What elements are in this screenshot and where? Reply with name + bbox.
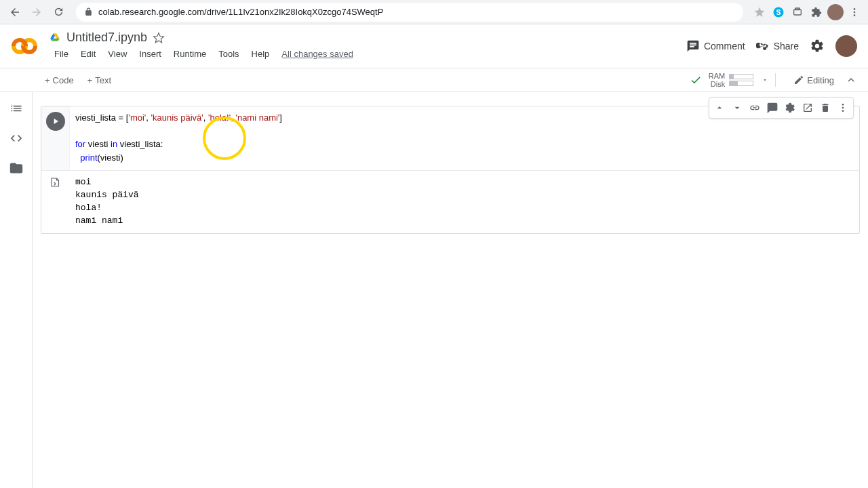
run-button[interactable] bbox=[46, 112, 65, 131]
notebook-content: viesti_lista = ['moi', 'kaunis päivä', '… bbox=[33, 92, 868, 488]
editing-label: Editing bbox=[807, 75, 834, 85]
address-bar[interactable]: colab.research.google.com/drive/1L1Iv21o… bbox=[76, 3, 743, 22]
output-indicator[interactable] bbox=[50, 176, 62, 232]
browser-toolbar: colab.research.google.com/drive/1L1Iv21o… bbox=[0, 0, 868, 24]
extension-icon[interactable] bbox=[789, 4, 806, 20]
plus-icon: + bbox=[87, 75, 93, 85]
add-text-label: Text bbox=[95, 75, 111, 85]
svg-point-12 bbox=[842, 107, 844, 109]
comment-button[interactable]: Comment bbox=[686, 39, 745, 53]
colab-header: Untitled7.ipynb File Edit View Insert Ru… bbox=[0, 24, 868, 68]
menu-help[interactable]: Help bbox=[246, 46, 275, 62]
reload-icon bbox=[53, 6, 64, 18]
svg-point-4 bbox=[854, 8, 856, 10]
left-sidebar bbox=[0, 92, 33, 488]
share-button[interactable]: Share bbox=[756, 39, 799, 53]
share-label: Share bbox=[774, 41, 799, 52]
link-button[interactable] bbox=[746, 99, 764, 117]
menu-file[interactable]: File bbox=[49, 46, 74, 62]
ram-bar bbox=[729, 74, 753, 79]
runtime-dropdown[interactable] bbox=[759, 74, 771, 86]
forward-button[interactable] bbox=[27, 3, 46, 22]
arrow-left-icon bbox=[9, 6, 21, 18]
move-up-button[interactable] bbox=[711, 99, 728, 117]
browser-profile-avatar[interactable] bbox=[827, 4, 844, 20]
disk-label: Disk bbox=[711, 80, 725, 88]
pencil-icon bbox=[793, 75, 804, 85]
star-button[interactable] bbox=[153, 32, 165, 44]
add-code-label: Code bbox=[53, 75, 74, 85]
drive-icon bbox=[49, 32, 61, 44]
svg-rect-3 bbox=[795, 8, 800, 10]
settings-button[interactable] bbox=[810, 39, 825, 54]
play-icon bbox=[51, 117, 60, 126]
lock-icon bbox=[84, 7, 93, 16]
svg-point-11 bbox=[842, 104, 844, 106]
ram-label: RAM bbox=[709, 72, 725, 80]
cell-comment-button[interactable] bbox=[764, 99, 781, 117]
cell-toolbar bbox=[709, 97, 854, 119]
add-code-button[interactable]: + Code bbox=[38, 73, 81, 88]
toolbar: + Code + Text RAM Disk Editing bbox=[0, 68, 868, 92]
mirror-button[interactable] bbox=[799, 99, 816, 117]
comment-label: Comment bbox=[704, 41, 745, 52]
delete-button[interactable] bbox=[816, 99, 834, 117]
editing-mode-button[interactable]: Editing bbox=[788, 72, 840, 88]
user-avatar[interactable] bbox=[835, 35, 857, 57]
menu-edit[interactable]: Edit bbox=[75, 46, 101, 62]
svg-point-6 bbox=[854, 14, 856, 16]
files-button[interactable] bbox=[8, 160, 24, 176]
plus-icon: + bbox=[45, 75, 50, 85]
menu-insert[interactable]: Insert bbox=[134, 46, 167, 62]
code-snippets-button[interactable] bbox=[8, 130, 24, 146]
cell-settings-button[interactable] bbox=[781, 99, 799, 117]
back-button[interactable] bbox=[5, 3, 24, 22]
comment-icon bbox=[686, 39, 700, 53]
extensions-puzzle-icon[interactable] bbox=[808, 4, 825, 20]
share-icon bbox=[756, 39, 770, 53]
bookmark-star-button[interactable] bbox=[751, 4, 768, 20]
svg-point-5 bbox=[854, 11, 856, 13]
disk-bar bbox=[729, 81, 753, 86]
browser-menu-button[interactable] bbox=[846, 4, 863, 20]
svg-point-13 bbox=[842, 110, 844, 112]
collapse-button[interactable] bbox=[840, 71, 863, 89]
toc-button[interactable] bbox=[8, 100, 24, 117]
move-down-button[interactable] bbox=[728, 99, 746, 117]
svg-text:S: S bbox=[776, 7, 781, 16]
gear-icon bbox=[810, 39, 825, 54]
notebook-title[interactable]: Untitled7.ipynb bbox=[66, 30, 147, 45]
add-text-button[interactable]: + Text bbox=[81, 73, 118, 88]
check-icon bbox=[690, 74, 702, 86]
cell-output: moi kaunis päivä hola! nami nami bbox=[70, 171, 859, 232]
menu-view[interactable]: View bbox=[102, 46, 132, 62]
resource-indicator[interactable]: RAM Disk bbox=[690, 72, 753, 88]
skype-extension-icon[interactable]: S bbox=[770, 4, 787, 20]
menu-bar: File Edit View Insert Runtime Tools Help… bbox=[49, 46, 686, 62]
arrow-right-icon bbox=[31, 6, 43, 18]
menu-runtime[interactable]: Runtime bbox=[168, 46, 212, 62]
saved-status[interactable]: All changes saved bbox=[276, 46, 359, 62]
url-text: colab.research.google.com/drive/1L1Iv21o… bbox=[98, 7, 383, 17]
menu-tools[interactable]: Tools bbox=[213, 46, 244, 62]
reload-button[interactable] bbox=[49, 3, 68, 22]
colab-logo[interactable] bbox=[11, 33, 38, 60]
more-button[interactable] bbox=[834, 99, 852, 117]
code-cell[interactable]: viesti_lista = ['moi', 'kaunis päivä', '… bbox=[41, 106, 860, 234]
